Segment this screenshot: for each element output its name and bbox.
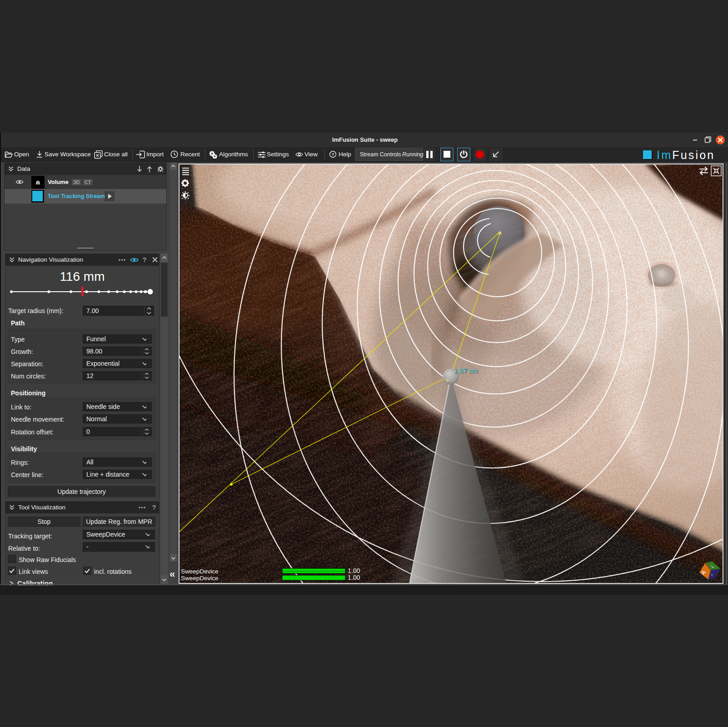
svg-text:?: ? — [143, 256, 146, 264]
svg-text:?: ? — [332, 152, 334, 157]
svg-text:1.00: 1.00 — [348, 574, 360, 581]
svg-text:?: ? — [152, 504, 156, 511]
svg-text:1.67 cm: 1.67 cm — [454, 367, 478, 374]
svg-text:SweepDevice: SweepDevice — [181, 568, 219, 575]
svg-text:SweepDevice: SweepDevice — [181, 575, 219, 582]
svg-text:1.00: 1.00 — [348, 567, 360, 574]
